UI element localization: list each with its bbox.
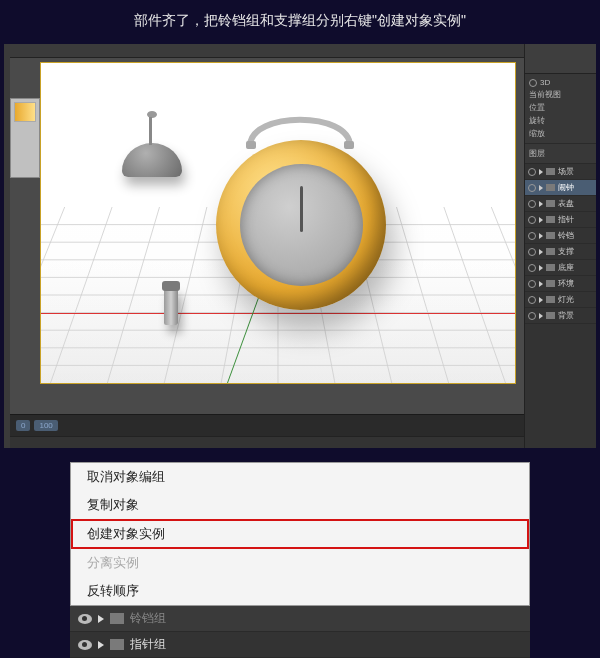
expand-icon[interactable]: [539, 217, 543, 223]
layer-row[interactable]: 灯光: [525, 292, 596, 308]
layer-row[interactable]: 支撑: [525, 244, 596, 260]
instruction-text: 部件齐了，把铃铛组和支撑组分别右键"创建对象实例": [0, 0, 600, 44]
layer-row[interactable]: 背景: [525, 308, 596, 324]
visibility-icon[interactable]: [78, 640, 92, 650]
layer-group-label: 指针组: [130, 636, 166, 653]
folder-icon: [110, 613, 124, 624]
layer-row[interactable]: 底座: [525, 260, 596, 276]
layer-row[interactable]: 环境: [525, 276, 596, 292]
visibility-icon[interactable]: [528, 216, 536, 224]
prop-row[interactable]: 位置: [529, 101, 592, 114]
expand-icon[interactable]: [539, 201, 543, 207]
context-menu-area: 取消对象编组复制对象创建对象实例分离实例反转顺序 铃铛组指针组支撑组: [70, 462, 530, 658]
context-menu-item[interactable]: 取消对象编组: [71, 463, 529, 491]
clock-hand: [300, 186, 303, 233]
layer-row[interactable]: 指针: [525, 212, 596, 228]
expand-icon[interactable]: [539, 265, 543, 271]
folder-icon: [546, 232, 555, 239]
layer-label: 底座: [558, 262, 574, 273]
viewport-tabs[interactable]: [10, 44, 524, 58]
folder-icon: [546, 200, 555, 207]
3d-viewport[interactable]: [10, 58, 524, 414]
visibility-icon[interactable]: [528, 248, 536, 256]
layer-group-row[interactable]: 铃铛组: [70, 606, 530, 632]
prop-row[interactable]: 3D: [529, 77, 592, 88]
visibility-icon[interactable]: [528, 280, 536, 288]
layer-group-row[interactable]: 指针组: [70, 632, 530, 658]
context-menu-item[interactable]: 复制对象: [71, 491, 529, 519]
expand-icon[interactable]: [539, 281, 543, 287]
visibility-icon[interactable]: [528, 312, 536, 320]
app-window: 0 100 3D 当前视图 位置 旋转 缩放 图层 场景闹钟表盘指针铃铛支撑底座…: [4, 44, 596, 448]
support-peg: [164, 287, 178, 325]
layer-row[interactable]: 铃铛: [525, 228, 596, 244]
frame-current[interactable]: 0: [16, 420, 30, 431]
layer-label: 铃铛: [558, 230, 574, 241]
layer-label: 场景: [558, 166, 574, 177]
status-bar: [10, 436, 524, 448]
prop-row[interactable]: 旋转: [529, 114, 592, 127]
layer-label: 表盘: [558, 198, 574, 209]
material-swatch[interactable]: [14, 102, 36, 122]
folder-icon: [546, 280, 555, 287]
expand-icon[interactable]: [539, 169, 543, 175]
context-menu-item[interactable]: 反转顺序: [71, 577, 529, 605]
layer-label: 指针: [558, 214, 574, 225]
folder-icon: [546, 216, 555, 223]
folder-icon: [546, 184, 555, 191]
expand-icon[interactable]: [539, 313, 543, 319]
context-menu-item: 分离实例: [71, 549, 529, 577]
svg-rect-21: [344, 141, 354, 149]
layer-label: 闹钟: [558, 182, 574, 193]
layer-group-label: 铃铛组: [130, 610, 166, 627]
layer-label: 环境: [558, 278, 574, 289]
prop-row[interactable]: 缩放: [529, 127, 592, 140]
bell-object: [122, 143, 182, 188]
layer-row[interactable]: 表盘: [525, 196, 596, 212]
expand-icon[interactable]: [539, 249, 543, 255]
prop-row[interactable]: 当前视图: [529, 88, 592, 101]
expand-icon[interactable]: [539, 233, 543, 239]
layers-header: 图层: [525, 144, 596, 164]
visibility-icon[interactable]: [528, 232, 536, 240]
visibility-icon[interactable]: [78, 614, 92, 624]
folder-icon: [546, 264, 555, 271]
layers-list[interactable]: 铃铛组指针组支撑组: [70, 606, 530, 658]
layer-label: 灯光: [558, 294, 574, 305]
x-axis: [41, 313, 515, 314]
viewport-column: 0 100: [10, 44, 524, 448]
visibility-icon[interactable]: [528, 296, 536, 304]
clock-face: [240, 164, 362, 286]
visibility-icon[interactable]: [528, 184, 536, 192]
layer-label: 背景: [558, 310, 574, 321]
layer-label: 支撑: [558, 246, 574, 257]
clock-body: [216, 140, 386, 310]
visibility-icon[interactable]: [528, 200, 536, 208]
properties-section: 3D 当前视图 位置 旋转 缩放: [525, 74, 596, 144]
folder-icon: [546, 296, 555, 303]
svg-rect-20: [246, 141, 256, 149]
layers-panel[interactable]: 场景闹钟表盘指针铃铛支撑底座环境灯光背景: [525, 164, 596, 448]
expand-icon[interactable]: [539, 185, 543, 191]
folder-icon: [546, 248, 555, 255]
expand-icon[interactable]: [98, 641, 104, 649]
timeline[interactable]: 0 100: [10, 414, 524, 436]
visibility-icon[interactable]: [528, 168, 536, 176]
scene-canvas[interactable]: [40, 62, 516, 384]
expand-icon[interactable]: [98, 615, 104, 623]
frame-end[interactable]: 100: [34, 420, 57, 431]
folder-icon: [546, 312, 555, 319]
panel-toolbar[interactable]: [525, 44, 596, 74]
context-menu-item[interactable]: 创建对象实例: [71, 519, 529, 549]
folder-icon: [546, 168, 555, 175]
layer-row[interactable]: 场景: [525, 164, 596, 180]
visibility-icon[interactable]: [528, 264, 536, 272]
layer-row[interactable]: 闹钟: [525, 180, 596, 196]
expand-icon[interactable]: [539, 297, 543, 303]
right-panel: 3D 当前视图 位置 旋转 缩放 图层 场景闹钟表盘指针铃铛支撑底座环境灯光背景: [524, 44, 596, 448]
material-thumbnails[interactable]: [10, 98, 40, 178]
context-menu: 取消对象编组复制对象创建对象实例分离实例反转顺序: [70, 462, 530, 606]
folder-icon: [110, 639, 124, 650]
